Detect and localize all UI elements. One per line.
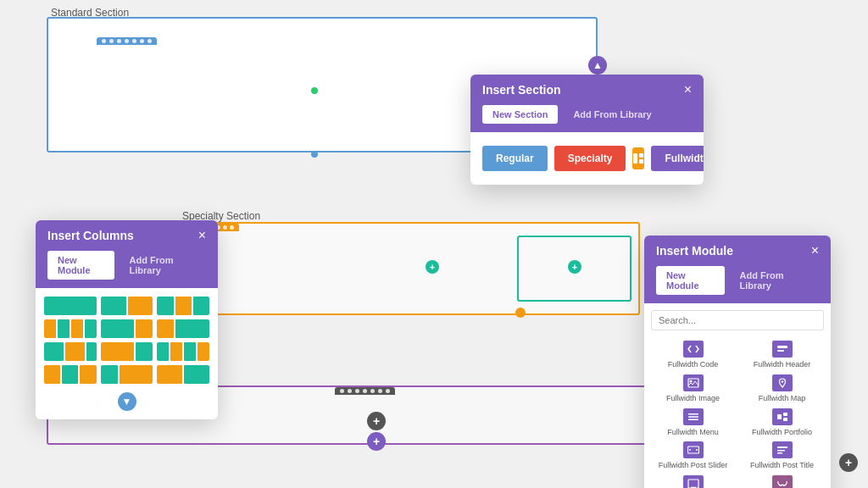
module-label-menu: Fullwidth Menu	[667, 428, 719, 437]
insert-columns-header: Insert Columns ×	[36, 220, 218, 251]
fullwidth-portfolio-icon	[772, 408, 793, 425]
specialty-dot-6	[223, 225, 227, 230]
col-option-10[interactable]	[44, 365, 97, 384]
toolbar-dot-7	[147, 39, 152, 43]
add-module-bottom-right[interactable]: +	[839, 453, 858, 472]
insert-columns-dialog: Insert Columns × New Module Add From Lib…	[36, 220, 218, 419]
purple-arrow-up[interactable]: ▲	[588, 56, 607, 75]
col-option-5[interactable]	[101, 319, 153, 338]
svg-rect-9	[688, 416, 698, 418]
fullwidth-menu-icon	[683, 408, 704, 425]
col-option-6[interactable]	[157, 319, 209, 338]
insert-section-body: Regular Specialty Fullwidth	[470, 132, 704, 185]
module-fullwidth-menu[interactable]: Fullwidth Menu	[651, 408, 735, 437]
toolbar-dot-6	[140, 39, 144, 43]
insert-module-tabs: New Module Add From Library	[644, 266, 831, 303]
svg-rect-8	[688, 413, 698, 415]
module-grid: Fullwidth Code Fullwidth Header Fullwidt…	[644, 337, 831, 488]
col-option-9[interactable]	[157, 342, 209, 361]
module-label-post-title: Fullwidth Post Title	[750, 461, 814, 470]
module-fullwidth-post-title[interactable]: Fullwidth Post Title	[740, 441, 824, 470]
col-option-8[interactable]	[101, 342, 153, 361]
plus-specialty-box[interactable]: +	[568, 260, 581, 274]
woo-modules-icon	[772, 475, 793, 488]
fw2-dot-1	[340, 389, 344, 393]
module-fullwidth-slider[interactable]: Fullwidth Slider	[651, 475, 735, 488]
fullwidth-image-icon	[683, 374, 704, 391]
fw2-dot-5	[370, 389, 375, 393]
insert-columns-close[interactable]: ×	[198, 229, 206, 242]
tab-add-library-module[interactable]: Add From Library	[730, 266, 819, 295]
svg-rect-0	[633, 153, 637, 164]
svg-point-7	[781, 380, 782, 382]
svg-rect-4	[777, 350, 784, 352]
insert-module-dialog: Insert Module × New Module Add From Libr…	[644, 236, 831, 488]
module-search-input[interactable]	[651, 310, 824, 330]
orange-dot-specialty	[515, 308, 526, 318]
module-label-map: Fullwidth Map	[759, 394, 806, 403]
tab-new-section[interactable]: New Section	[482, 105, 558, 124]
svg-rect-16	[777, 450, 785, 452]
module-label-image: Fullwidth Image	[666, 394, 720, 403]
insert-section-tabs: New Section Add From Library	[470, 105, 704, 132]
add-section-fullwidth[interactable]: +	[367, 412, 386, 430]
svg-rect-17	[777, 452, 782, 454]
insert-module-close[interactable]: ×	[811, 244, 819, 258]
fullwidth-code-icon	[683, 341, 704, 358]
regular-section-button[interactable]: Regular	[482, 146, 548, 171]
col-option-11[interactable]	[101, 365, 153, 384]
add-section-bottom[interactable]: +	[367, 432, 386, 451]
specialty-dot-7	[230, 225, 234, 230]
module-fullwidth-portfolio[interactable]: Fullwidth Portfolio	[740, 408, 824, 437]
insert-section-dialog: Insert Section × New Section Add From Li…	[470, 75, 704, 185]
toolbar-dot-3	[117, 39, 121, 43]
module-fullwidth-image[interactable]: Fullwidth Image	[651, 374, 735, 403]
svg-rect-13	[783, 418, 787, 421]
fw2-dot-7	[386, 389, 390, 393]
svg-rect-11	[777, 414, 782, 419]
toolbar-dot-1	[102, 39, 106, 43]
module-label-portfolio: Fullwidth Portfolio	[752, 428, 812, 437]
tab-new-module-col[interactable]: New Module	[47, 251, 114, 280]
svg-rect-3	[777, 346, 787, 348]
fw2-dot-3	[355, 389, 359, 393]
tab-new-module[interactable]: New Module	[656, 266, 725, 295]
toolbar-dot-2	[109, 39, 114, 43]
insert-module-header: Insert Module ×	[644, 236, 831, 266]
fullwidth-toolbar-2	[335, 387, 395, 395]
blue-dot-standard	[311, 151, 318, 158]
module-woo-modules[interactable]: Woo Modules	[740, 475, 824, 488]
col-option-1[interactable]	[44, 297, 97, 315]
columns-arrow-down[interactable]: ▼	[118, 392, 136, 411]
toolbar-dot-5	[132, 39, 136, 43]
specialty-icon	[632, 147, 644, 169]
insert-section-close[interactable]: ×	[684, 83, 692, 97]
col-option-3[interactable]	[157, 297, 209, 315]
tab-add-library-col[interactable]: Add From Library	[120, 251, 206, 280]
fullwidth-post-title-icon	[772, 441, 793, 458]
svg-rect-10	[688, 419, 698, 420]
svg-rect-18	[688, 480, 698, 488]
fw2-dot-2	[348, 389, 352, 393]
fullwidth-slider-icon	[683, 475, 704, 488]
fullwidth-header-icon	[772, 341, 793, 358]
specialty-section-button[interactable]: Specialty	[554, 146, 626, 171]
plus-specialty-inner[interactable]: +	[426, 260, 439, 274]
col-option-2[interactable]	[101, 297, 153, 315]
col-option-7[interactable]	[44, 342, 97, 361]
fullwidth-map-icon	[772, 374, 793, 391]
standard-section-toolbar	[97, 37, 157, 45]
tab-add-from-library[interactable]: Add From Library	[563, 105, 661, 124]
col-option-4[interactable]	[44, 319, 97, 338]
module-fullwidth-map[interactable]: Fullwidth Map	[740, 374, 824, 403]
green-dot-standard	[311, 87, 318, 94]
svg-rect-1	[639, 153, 643, 158]
col-option-12[interactable]	[157, 365, 209, 384]
fw2-dot-4	[363, 389, 367, 393]
module-fullwidth-code[interactable]: Fullwidth Code	[651, 341, 735, 369]
fullwidth-section-button[interactable]: Fullwidth	[651, 146, 704, 171]
module-fullwidth-post-slider[interactable]: Fullwidth Post Slider	[651, 441, 735, 470]
toolbar-dot-4	[125, 39, 129, 43]
module-fullwidth-header[interactable]: Fullwidth Header	[740, 341, 824, 369]
insert-columns-tabs: New Module Add From Library	[36, 251, 218, 288]
